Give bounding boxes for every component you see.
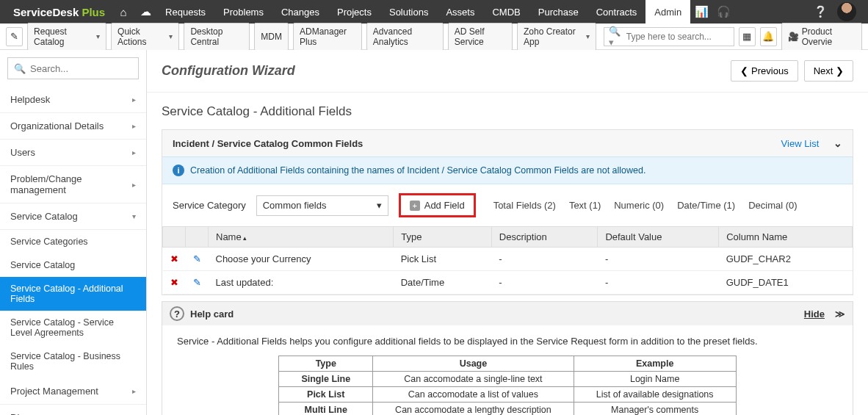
- nav-requests[interactable]: Requests: [156, 0, 214, 24]
- expand-icon[interactable]: ⌄: [833, 137, 842, 149]
- cell-type: Date/Time: [394, 271, 492, 295]
- sidebar-item[interactable]: Project Management▸: [0, 378, 146, 405]
- chart-icon[interactable]: 📊: [690, 5, 712, 18]
- search-icon: 🔍: [14, 63, 26, 74]
- sidebar-item[interactable]: Organizational Details▸: [0, 113, 146, 140]
- cell-desc: -: [491, 271, 598, 295]
- previous-button[interactable]: ❮ Previous: [731, 60, 798, 82]
- search-icon: 🔍▾: [609, 26, 623, 48]
- delete-icon[interactable]: ✖: [163, 248, 186, 271]
- stat: Date/Time (1): [677, 200, 735, 211]
- search-input[interactable]: [626, 32, 729, 42]
- layout-icon[interactable]: ▦: [739, 27, 756, 46]
- help-icon[interactable]: ❔: [809, 5, 831, 18]
- nav-purchase[interactable]: Purchase: [529, 0, 587, 24]
- common-fields-panel: Incident / Service Catalog Common Fields…: [162, 129, 853, 295]
- service-category-select[interactable]: Common fields▾: [256, 195, 388, 216]
- cell-col: GUDF_CHAR2: [719, 248, 853, 271]
- help-row: Multi LineCan accomodate a lengthy descr…: [279, 403, 736, 416]
- chevron-icon: ▾: [132, 212, 136, 220]
- toolbar-link[interactable]: Desktop Central: [184, 23, 250, 51]
- sidebar: 🔍 Helpdesk▸Organizational Details▸Users▸…: [0, 50, 147, 415]
- product-overview-button[interactable]: 🎥 Product Overvie: [781, 23, 862, 51]
- globe-icon[interactable]: ☁: [134, 5, 156, 18]
- hide-link[interactable]: Hide: [804, 308, 825, 320]
- sidebar-item[interactable]: Discovery▸: [0, 405, 146, 415]
- column-header[interactable]: Column Name: [719, 227, 853, 248]
- toolbar-link[interactable]: Zoho Creator App: [517, 23, 596, 51]
- nav-changes[interactable]: Changes: [272, 0, 328, 24]
- table-row: ✖✎Choose your CurrencyPick List--GUDF_CH…: [163, 248, 853, 271]
- sidebar-subitem[interactable]: Service Catalog - Additional Fields: [0, 277, 146, 311]
- help-row: Pick ListCan accomodate a list of values…: [279, 387, 736, 403]
- nav-solutions[interactable]: Solutions: [380, 0, 437, 24]
- avatar[interactable]: [837, 2, 856, 21]
- sidebar-item[interactable]: Service Catalog▾: [0, 203, 146, 230]
- stat: Decimal (0): [748, 200, 797, 211]
- sidebar-item[interactable]: Problem/Change management▸: [0, 166, 146, 203]
- plus-icon: +: [410, 201, 420, 211]
- section-title: Service Catalog - Additional Fields: [162, 104, 853, 119]
- chevron-right-icon[interactable]: ≫: [835, 308, 845, 320]
- help-card: ? Help card Hide ≫ Service - Additional …: [162, 301, 853, 415]
- nav-admin[interactable]: Admin: [645, 0, 690, 24]
- sidebar-search[interactable]: 🔍: [7, 57, 139, 79]
- help-table: TypeUsageExample Single LineCan accomoda…: [278, 356, 736, 415]
- cell-col: GUDF_DATE1: [719, 271, 853, 295]
- cell-def: -: [598, 248, 719, 271]
- bell-icon[interactable]: 🔔: [760, 27, 777, 46]
- cell-name: Last updated:: [209, 271, 394, 295]
- chevron-icon: ▸: [132, 181, 136, 189]
- toolbar-link[interactable]: ADManager Plus: [293, 23, 362, 51]
- sidebar-subitem[interactable]: Service Catalog: [0, 253, 146, 277]
- cell-desc: -: [491, 248, 598, 271]
- logo: ServiceDesk Plus: [6, 6, 112, 18]
- nav-contracts[interactable]: Contracts: [587, 0, 646, 24]
- table-row: ✖✎Last updated:Date/Time--GUDF_DATE1: [163, 271, 853, 295]
- column-header[interactable]: Description: [491, 227, 598, 248]
- shortcut-icon[interactable]: ✎: [6, 27, 23, 46]
- stat: Text (1): [569, 200, 601, 211]
- request-catalog-button[interactable]: Request Catalog: [27, 23, 106, 51]
- content: Configuration Wizard ❮ Previous Next ❯ S…: [147, 50, 868, 415]
- nav-projects[interactable]: Projects: [328, 0, 380, 24]
- toolbar-link[interactable]: MDM: [254, 23, 289, 51]
- sidebar-item[interactable]: Helpdesk▸: [0, 87, 146, 113]
- panel-title: Incident / Service Catalog Common Fields: [173, 138, 363, 149]
- view-list-link[interactable]: View List: [781, 138, 820, 149]
- help-text: Service - Additional Fields helps you co…: [177, 336, 838, 347]
- add-field-button[interactable]: + Add Field: [399, 193, 476, 217]
- toolbar-link[interactable]: Advanced Analytics: [366, 23, 444, 51]
- page-title: Configuration Wizard: [162, 63, 295, 79]
- edit-icon[interactable]: ✎: [186, 248, 209, 271]
- stat: Total Fields (2): [493, 200, 556, 211]
- help-title: Help card: [190, 308, 234, 320]
- info-icon: i: [173, 165, 184, 176]
- chevron-icon: ▸: [132, 122, 136, 130]
- sidebar-subitem[interactable]: Service Catalog - Business Rules: [0, 344, 146, 378]
- help-col: Type: [279, 356, 373, 372]
- column-header[interactable]: Type: [394, 227, 492, 248]
- help-col: Example: [574, 356, 736, 372]
- quick-actions-button[interactable]: Quick Actions: [111, 23, 179, 51]
- sidebar-search-input[interactable]: [30, 63, 132, 74]
- global-search[interactable]: 🔍▾: [604, 27, 734, 46]
- delete-icon[interactable]: ✖: [163, 271, 186, 295]
- home-icon[interactable]: ⌂: [112, 6, 134, 18]
- sidebar-subitem[interactable]: Service Categories: [0, 230, 146, 253]
- info-bar: i Creation of Additional Fields containi…: [162, 156, 853, 184]
- next-button[interactable]: Next ❯: [804, 60, 853, 82]
- help-icon: ?: [170, 306, 184, 321]
- toolbar-link[interactable]: AD Self Service: [448, 23, 513, 51]
- cell-def: -: [598, 271, 719, 295]
- cell-name: Choose your Currency: [209, 248, 394, 271]
- nav-assets[interactable]: Assets: [437, 0, 483, 24]
- sidebar-subitem[interactable]: Service Catalog - Service Level Agreemen…: [0, 311, 146, 344]
- sidebar-item[interactable]: Users▸: [0, 140, 146, 166]
- nav-problems[interactable]: Problems: [214, 0, 272, 24]
- edit-icon[interactable]: ✎: [186, 271, 209, 295]
- nav-cmdb[interactable]: CMDB: [483, 0, 529, 24]
- column-header[interactable]: Default Value: [598, 227, 719, 248]
- headset-icon[interactable]: 🎧: [712, 5, 734, 18]
- column-header[interactable]: Name: [209, 227, 394, 248]
